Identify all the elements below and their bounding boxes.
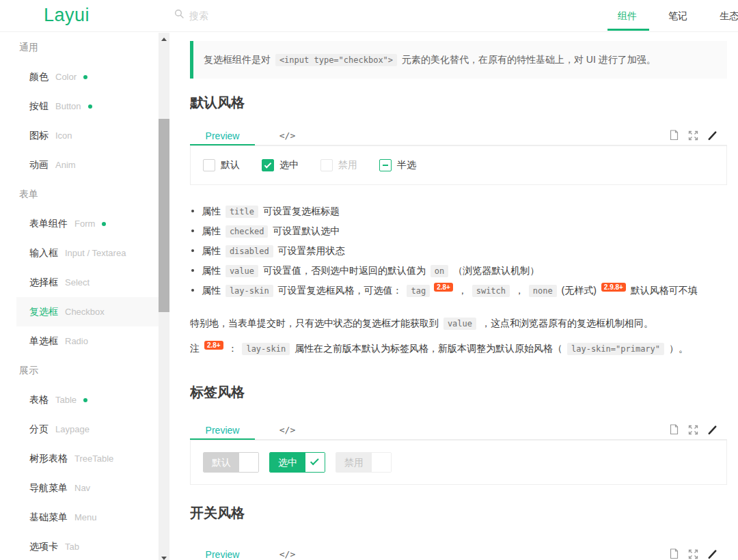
sidebar-item-table[interactable]: 表格 Table [0, 385, 159, 415]
nav-item-components[interactable]: 组件 [618, 10, 637, 23]
tab-preview[interactable]: Preview [190, 130, 255, 141]
checkbox-label: 默认 [221, 159, 240, 171]
item-label-zh: 颜色 [29, 71, 49, 83]
top-header: Layui 组件 笔记 生态 [0, 0, 738, 32]
inline-code: <input type="checkbox"> [275, 54, 397, 66]
sidebar-item-radio[interactable]: 单选框 Radio [0, 326, 159, 356]
update-dot-icon [102, 222, 106, 226]
inline-code: switch [472, 285, 510, 297]
doc-icon[interactable] [669, 548, 679, 559]
sidebar-item-menu[interactable]: 基础菜单 Menu [0, 503, 159, 532]
nav-item-ecosystem[interactable]: 生态 [720, 10, 738, 23]
version-badge: 2.8+ [434, 283, 453, 292]
scroll-down-arrow-icon[interactable] [161, 557, 167, 560]
item-label-en: Select [65, 277, 90, 288]
tab-code[interactable]: </> [255, 549, 320, 559]
item-label-en: Radio [65, 336, 88, 346]
nav-item-notes[interactable]: 笔记 [668, 10, 687, 23]
item-label-zh: 动画 [29, 159, 49, 171]
sidebar-item-button[interactable]: 按钮 Button [0, 92, 159, 121]
edit-pencil-icon[interactable] [707, 130, 718, 141]
sidebar-item-treetable[interactable]: 树形表格 TreeTable [0, 444, 159, 473]
checkbox-indeterminate[interactable]: 半选 [379, 159, 416, 171]
paragraph-submit-note: 特别地，当表单提交时，只有选中状态的复选框才能获取到 value ，这点和浏览器… [190, 316, 727, 331]
checkbox-disabled: 禁用 [320, 159, 357, 171]
edit-pencil-icon[interactable] [707, 425, 718, 435]
sidebar-item-form[interactable]: 表单组件 Form [0, 209, 159, 238]
tab-code[interactable]: </> [255, 130, 320, 141]
tag-checkbox-disabled: 禁用 [336, 452, 392, 473]
paragraph-version-note: 注 2.8+ ： lay-skin 属性在之前版本默认为标签风格，新版本调整为默… [190, 341, 727, 356]
tab-preview[interactable]: Preview [190, 425, 255, 436]
text-segment: ， [455, 285, 470, 296]
sidebar-item-tab[interactable]: 选项卡 Tab [0, 532, 159, 560]
section-title-default-style: 默认风格 [190, 94, 727, 111]
scroll-up-arrow-icon[interactable] [161, 38, 167, 41]
search-input[interactable] [189, 10, 292, 21]
tag-checkbox-checked[interactable]: 选中 [269, 452, 325, 473]
checkbox-box [203, 159, 215, 171]
inline-code: disabled [226, 245, 273, 257]
sidebar-scrollbar[interactable] [159, 33, 169, 560]
attribute-list-item: 属性 title 可设置复选框标题 [190, 204, 727, 223]
checkbox-label: 半选 [397, 159, 416, 171]
attribute-list-item: 属性 lay-skin 可设置复选框风格，可选值： tag2.8+ ， swit… [190, 283, 727, 303]
text-segment: 可设置复选框标题 [260, 206, 340, 216]
text-segment: 复选框组件是对 [204, 54, 273, 65]
text-segment: (无样式) [559, 285, 599, 296]
checkbox-checked[interactable]: 选中 [262, 159, 299, 171]
tab-preview[interactable]: Preview [190, 549, 255, 560]
inline-code: value [226, 265, 258, 277]
tag-checkbox-default[interactable]: 默认 [203, 452, 259, 473]
fullscreen-icon[interactable] [688, 425, 698, 435]
inline-code: lay-skin [242, 343, 290, 355]
sidebar-item-checkbox[interactable]: 复选框 Checkbox [16, 297, 159, 326]
logo[interactable]: Layui [44, 5, 90, 26]
sidebar-item-icon[interactable]: 图标 Icon [0, 121, 159, 150]
attribute-list: 属性 title 可设置复选框标题 属性 checked 可设置默认选中 属性 … [190, 204, 727, 303]
section-title: 表单 [19, 188, 38, 201]
text-segment: ，这点和浏览器原有的复选框机制相同。 [478, 318, 653, 328]
check-icon [264, 160, 272, 168]
sidebar-item-laypage[interactable]: 分页 Laypage [0, 415, 159, 444]
check-icon [310, 457, 319, 466]
demo-card-tabs: Preview </> [190, 545, 727, 560]
checkbox-box [379, 159, 392, 171]
indeterminate-dash-icon [383, 165, 388, 166]
item-label-en: Button [55, 101, 81, 111]
tag-label: 选中 [270, 453, 305, 472]
item-label-zh: 选择框 [29, 277, 58, 289]
item-label-en: Tab [65, 542, 79, 552]
inline-code: checked [226, 225, 269, 238]
edit-pencil-icon[interactable] [707, 549, 718, 559]
demo-preview-default: 默认 选中 禁用 半选 [190, 145, 727, 185]
doc-icon[interactable] [669, 130, 679, 141]
item-label-zh: 分页 [29, 423, 49, 436]
inline-code: on [430, 265, 448, 277]
tag-box [372, 453, 391, 472]
text-segment: 默认风格可不填 [628, 285, 698, 296]
text-segment: 属性 [202, 285, 223, 296]
sidebar-item-anim[interactable]: 动画 Anim [0, 150, 159, 180]
item-label-zh: 单选框 [29, 335, 58, 348]
update-dot-icon [83, 398, 87, 402]
checkbox-default[interactable]: 默认 [203, 159, 240, 171]
inline-code: lay-skin [226, 285, 273, 297]
sidebar-item-nav[interactable]: 导航菜单 Nav [0, 473, 159, 503]
sidebar-item-color[interactable]: 颜色 Color [0, 62, 159, 92]
scrollbar-thumb[interactable] [159, 119, 169, 312]
search-icon [174, 9, 189, 22]
sidebar-item-select[interactable]: 选择框 Select [0, 268, 159, 297]
tab-active-underline [190, 144, 255, 145]
doc-icon[interactable] [669, 424, 679, 435]
tab-code[interactable]: </> [255, 425, 320, 435]
item-label-en: Table [55, 395, 77, 405]
checkbox-box [320, 159, 333, 171]
fullscreen-icon[interactable] [688, 130, 698, 141]
section-title: 展示 [19, 365, 38, 377]
sidebar-section-form: 表单 [0, 180, 159, 209]
fullscreen-icon[interactable] [688, 549, 698, 559]
sidebar-item-input[interactable]: 输入框 Input / Textarea [0, 238, 159, 268]
demo-preview-tag: 默认 选中 禁用 [190, 440, 727, 485]
item-label-zh: 输入框 [29, 247, 58, 260]
